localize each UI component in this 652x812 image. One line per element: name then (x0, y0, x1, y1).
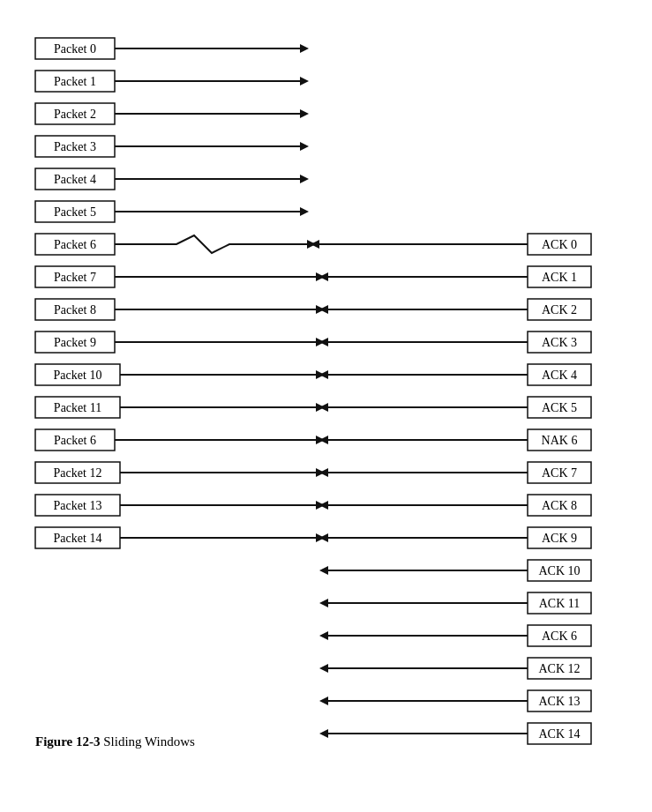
svg-text:ACK 12: ACK 12 (538, 662, 580, 675)
svg-text:ACK 5: ACK 5 (542, 401, 577, 414)
svg-text:Packet 4: Packet 4 (54, 173, 96, 186)
svg-text:Packet 8: Packet 8 (54, 303, 96, 317)
caption-bold: Figure 12-3 (35, 734, 100, 749)
svg-text:ACK 14: ACK 14 (538, 727, 580, 741)
svg-text:Packet 13: Packet 13 (54, 499, 102, 512)
diagram: Packet 0 Packet 1 Packet 2 Packet 3 Pack… (0, 0, 652, 758)
svg-text:Packet 5: Packet 5 (54, 205, 96, 219)
svg-marker-78 (319, 436, 328, 444)
svg-text:ACK 8: ACK 8 (542, 499, 577, 512)
svg-text:Packet 12: Packet 12 (54, 466, 102, 480)
caption-normal: Sliding Windows (100, 734, 194, 749)
svg-marker-102 (319, 533, 328, 542)
svg-text:Packet 7: Packet 7 (54, 271, 96, 284)
svg-text:ACK 2: ACK 2 (542, 303, 577, 317)
svg-text:Packet 6: Packet 6 (54, 238, 96, 251)
svg-text:Packet 3: Packet 3 (54, 140, 96, 153)
svg-marker-30 (311, 240, 319, 249)
svg-marker-118 (319, 664, 328, 673)
svg-marker-114 (319, 631, 328, 640)
svg-marker-106 (319, 566, 328, 575)
svg-text:Packet 1: Packet 1 (54, 75, 96, 88)
svg-marker-38 (319, 272, 328, 281)
svg-text:ACK 13: ACK 13 (538, 695, 580, 708)
svg-marker-23 (300, 207, 309, 216)
svg-text:ACK 3: ACK 3 (542, 336, 577, 349)
svg-text:ACK 10: ACK 10 (538, 564, 580, 577)
svg-marker-122 (319, 697, 328, 705)
svg-text:ACK 1: ACK 1 (542, 271, 577, 284)
svg-marker-7 (300, 77, 309, 86)
svg-text:Packet 2: Packet 2 (54, 108, 96, 121)
svg-marker-94 (319, 501, 328, 510)
svg-text:Packet 9: Packet 9 (54, 336, 96, 349)
svg-text:ACK 4: ACK 4 (542, 369, 577, 382)
svg-marker-54 (319, 338, 328, 346)
svg-text:ACK 7: ACK 7 (542, 466, 577, 480)
svg-marker-3 (300, 44, 309, 53)
svg-text:ACK 11: ACK 11 (539, 597, 581, 610)
svg-marker-70 (319, 403, 328, 412)
svg-text:ACK 9: ACK 9 (542, 532, 577, 545)
svg-marker-86 (319, 468, 328, 477)
svg-text:Packet 11: Packet 11 (54, 401, 101, 414)
svg-marker-62 (319, 370, 328, 379)
svg-marker-15 (300, 142, 309, 151)
svg-marker-126 (319, 729, 328, 738)
svg-text:ACK 0: ACK 0 (542, 238, 577, 251)
svg-marker-110 (319, 599, 328, 607)
figure-caption: Figure 12-3 Sliding Windows (35, 734, 195, 749)
svg-text:Packet 0: Packet 0 (54, 42, 96, 56)
svg-marker-11 (300, 109, 309, 118)
svg-text:ACK 6: ACK 6 (542, 629, 577, 643)
svg-text:NAK 6: NAK 6 (542, 434, 578, 447)
svg-marker-46 (319, 305, 328, 314)
svg-text:Packet 6: Packet 6 (54, 434, 96, 447)
svg-text:Packet 10: Packet 10 (54, 369, 102, 382)
svg-marker-19 (300, 175, 309, 183)
diagram-svg: Packet 0 Packet 1 Packet 2 Packet 3 Pack… (0, 0, 652, 758)
svg-text:Packet 14: Packet 14 (54, 532, 102, 545)
